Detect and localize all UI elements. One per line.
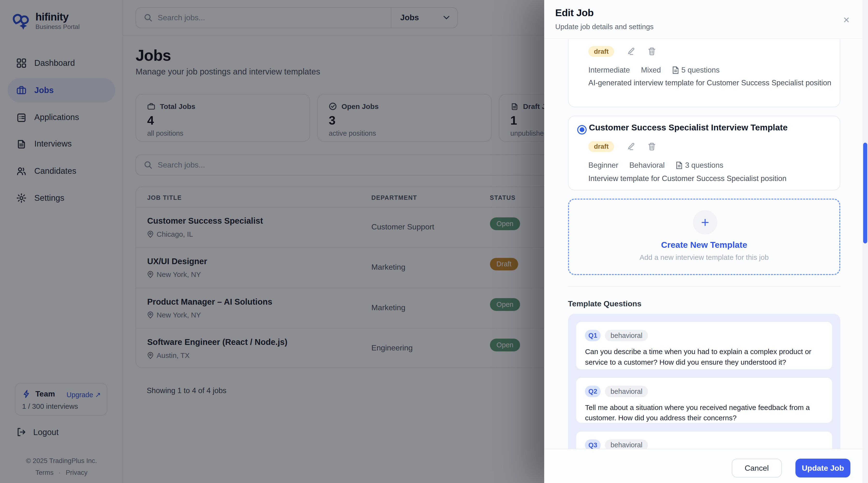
modal-body: draft Intermediate Mixed 5 questions AI-… xyxy=(544,39,863,449)
template-question-count: 3 questions xyxy=(685,161,723,170)
template-questions-label: Template Questions xyxy=(568,299,642,308)
template-question-count: 5 questions xyxy=(681,66,719,74)
screen: hifinity Business Portal Dashboard Jobs … xyxy=(0,0,868,483)
update-job-button[interactable]: Update Job xyxy=(796,459,850,478)
edit-job-modal: Edit Job Update job details and settings… xyxy=(544,0,868,483)
question-card: Q1 behavioral Can you describe a time wh… xyxy=(576,322,833,370)
template-type: Mixed xyxy=(641,66,661,74)
template-level: Intermediate xyxy=(588,66,630,74)
question-tag-badge: behavioral xyxy=(605,386,648,397)
question-text: Tell me about a situation where you rece… xyxy=(585,402,829,423)
question-number-badge: Q2 xyxy=(585,386,600,397)
create-new-template-button[interactable]: + Create New Template Add a new intervie… xyxy=(568,199,840,275)
create-template-subtitle: Add a new interview template for this jo… xyxy=(569,253,840,261)
template-card-selected[interactable]: Customer Success Specialist Interview Te… xyxy=(568,116,840,190)
template-title: Customer Success Specialist Interview Te… xyxy=(589,123,788,133)
question-tag-badge: behavioral xyxy=(605,439,648,449)
template-questions-panel: Q1 behavioral Can you describe a time wh… xyxy=(568,314,840,449)
modal-title: Edit Job xyxy=(555,7,594,19)
draft-badge: draft xyxy=(588,46,614,57)
edit-icon[interactable] xyxy=(626,142,635,151)
question-number-badge: Q3 xyxy=(585,439,600,449)
template-type: Behavioral xyxy=(629,161,664,170)
modal-header: Edit Job Update job details and settings… xyxy=(544,0,868,39)
modal-footer: Cancel Update Job xyxy=(544,449,868,483)
modal-scrollbar-thumb[interactable] xyxy=(863,143,867,244)
modal-subtitle: Update job details and settings xyxy=(555,23,654,31)
template-card[interactable]: draft Intermediate Mixed 5 questions AI-… xyxy=(568,39,840,107)
close-icon[interactable]: ✕ xyxy=(840,14,852,26)
question-card: Q2 behavioral Tell me about a situation … xyxy=(576,378,833,423)
question-text: Can you describe a time when you had to … xyxy=(585,346,829,367)
create-template-title: Create New Template xyxy=(569,240,840,250)
trash-icon[interactable] xyxy=(647,47,656,56)
file-text-icon xyxy=(676,161,682,169)
cancel-button[interactable]: Cancel xyxy=(732,459,782,478)
template-description: Interview template for Customer Success … xyxy=(588,172,832,184)
file-text-icon xyxy=(672,66,679,74)
question-card: Q3 behavioral xyxy=(576,431,833,449)
plus-icon: + xyxy=(693,210,717,234)
radio-selected[interactable] xyxy=(577,125,587,134)
edit-icon[interactable] xyxy=(626,47,635,56)
divider xyxy=(568,286,840,287)
trash-icon[interactable] xyxy=(647,142,656,151)
template-description: AI-generated interview template for Cust… xyxy=(588,77,832,89)
template-level: Beginner xyxy=(588,161,618,170)
question-number-badge: Q1 xyxy=(585,330,600,341)
draft-badge: draft xyxy=(588,141,614,152)
question-tag-badge: behavioral xyxy=(605,330,648,341)
